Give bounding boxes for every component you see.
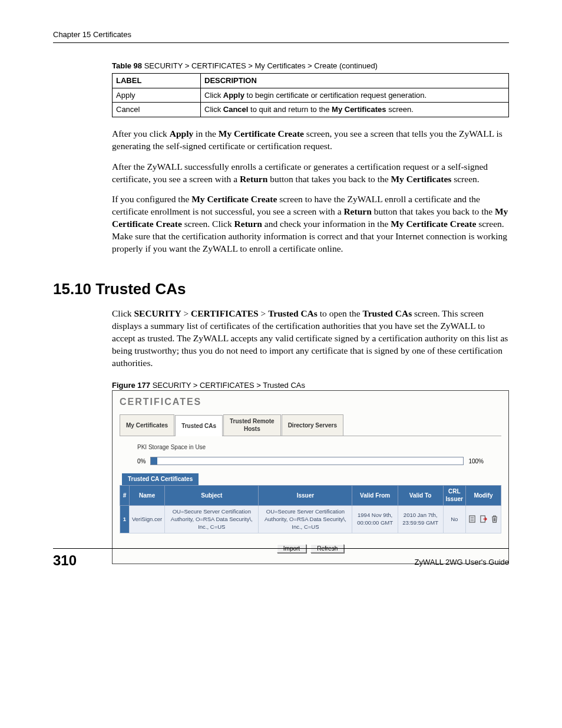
cell-valid-to: 2010 Jan 7th, 23:59:59 GMT [398, 505, 443, 533]
table-row: Cancel Click Cancel to quit and return t… [113, 103, 509, 117]
storage-gauge-row: 0% 2% 100% [137, 457, 484, 465]
th-label: LABEL [113, 74, 201, 88]
paragraph: Click SECURITY > CERTIFICATES > Trusted … [112, 308, 509, 370]
cell-desc: Click Apply to begin certificate or cert… [201, 88, 509, 103]
th-modify: Modify [465, 485, 501, 505]
section-heading: 15.10 Trusted CAs [53, 279, 509, 299]
cell-idx: 1 [120, 505, 130, 533]
cell-modify [465, 505, 501, 533]
gauge-left: 0% [137, 457, 146, 466]
subsection-title: Trusted CA Certificates [122, 473, 199, 485]
paragraph: After the ZyWALL successfully enrolls a … [112, 161, 509, 186]
trash-icon[interactable] [491, 515, 498, 523]
tab-trusted-cas[interactable]: Trusted CAs [175, 415, 223, 436]
paragraph: If you configured the My Certificate Cre… [112, 193, 509, 255]
guide-name: ZyWALL 2WG User's Guide [415, 551, 509, 570]
cell-issuer: OU=Secure Server Certification Authority… [259, 505, 352, 533]
tab-directory-servers[interactable]: Directory Servers [282, 414, 343, 436]
figure-caption: Figure 177 SECURITY > CERTIFICATES > Tru… [112, 380, 509, 391]
paragraph: After you click Apply in the My Certific… [112, 128, 509, 153]
page-number: 310 [53, 551, 77, 570]
th-subject: Subject [165, 485, 259, 505]
gauge-percent: 2% [303, 457, 311, 465]
cell-label: Cancel [113, 103, 201, 117]
cell-label: Apply [113, 88, 201, 103]
trusted-ca-table: # Name Subject Issuer Valid From Valid T… [120, 485, 501, 533]
view-icon[interactable] [468, 515, 476, 523]
th-idx: # [120, 485, 130, 505]
th-valid-to: Valid To [398, 485, 443, 505]
cell-valid-from: 1994 Nov 9th, 00:00:00 GMT [352, 505, 398, 533]
fig-tabs: My Certificates Trusted CAs Trusted Remo… [120, 414, 501, 436]
table-caption: Table 98 SECURITY > CERTIFICATES > My Ce… [112, 61, 509, 71]
label-desc-table: LABEL DESCRIPTION Apply Click Apply to b… [112, 73, 509, 117]
th-issuer: Issuer [259, 485, 352, 505]
svg-rect-5 [494, 516, 496, 517]
cell-subject: OU=Secure Server Certification Authority… [165, 505, 259, 533]
table-row: 1 VeriSign.cer OU=Secure Server Certific… [120, 505, 501, 533]
chapter-header: Chapter 15 Certificates [53, 29, 509, 43]
table-caption-text: SECURITY > CERTIFICATES > My Certificate… [142, 61, 378, 70]
gauge-fill [151, 457, 157, 465]
cell-name: VeriSign.cer [130, 505, 165, 533]
cell-crl-issuer: No [443, 505, 465, 533]
certificates-screenshot: CERTIFICATES My Certificates Trusted CAs… [112, 390, 509, 564]
th-crl-issuer: CRL Issuer [443, 485, 465, 505]
fig-title: CERTIFICATES [120, 396, 501, 409]
tab-trusted-remote-hosts[interactable]: Trusted Remote Hosts [223, 414, 281, 436]
th-name: Name [130, 485, 165, 505]
gauge-right: 100% [468, 457, 484, 466]
storage-label: PKI Storage Space in Use [137, 443, 501, 452]
table-row: Apply Click Apply to begin certificate o… [113, 88, 509, 103]
storage-gauge: 2% [150, 457, 464, 465]
th-valid-from: Valid From [352, 485, 398, 505]
th-desc: DESCRIPTION [201, 74, 509, 88]
export-icon[interactable] [480, 515, 487, 523]
cell-desc: Click Cancel to quit and return to the M… [201, 103, 509, 117]
footer: 310 ZyWALL 2WG User's Guide [53, 548, 509, 570]
tab-my-certificates[interactable]: My Certificates [120, 414, 174, 436]
table-caption-num: Table 98 [112, 61, 142, 70]
